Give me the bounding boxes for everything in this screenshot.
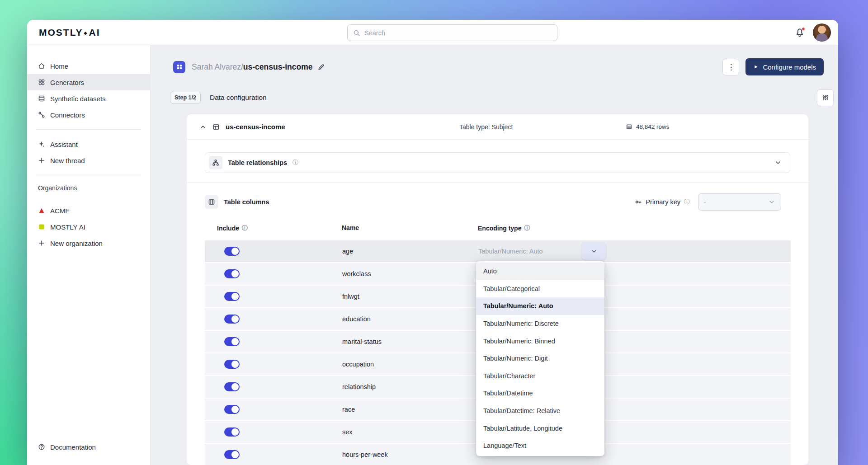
primary-key-select[interactable]: - bbox=[698, 193, 781, 211]
assistant-icon bbox=[38, 141, 45, 148]
encoding-option-tabular-numeric-discrete[interactable]: Tabular/Numeric: Discrete bbox=[476, 315, 604, 333]
encoding-option-auto[interactable]: Auto bbox=[476, 263, 604, 280]
columns-table-header: Include ⓘ Name Encoding type ⓘ bbox=[204, 224, 790, 234]
sidebar-divider bbox=[36, 129, 141, 130]
column-name: education bbox=[342, 308, 371, 330]
sidebar-item-home[interactable]: Home bbox=[27, 58, 150, 74]
collapse-table-icon[interactable] bbox=[199, 123, 207, 131]
breadcrumb-project-name: us-census-income bbox=[243, 62, 313, 72]
info-icon: ⓘ bbox=[524, 224, 530, 232]
brand-diamond-icon: ◆ bbox=[84, 31, 88, 35]
notifications-bell-icon[interactable] bbox=[795, 28, 805, 38]
sidebar-divider bbox=[36, 175, 141, 175]
sidebar-item-mostly-ai[interactable]: MOSTLY AI bbox=[27, 219, 150, 235]
edit-name-icon[interactable] bbox=[317, 63, 325, 71]
rows-icon bbox=[626, 123, 632, 130]
relationships-icon-chip bbox=[209, 156, 222, 169]
column-name: occupation bbox=[342, 353, 374, 375]
chevron-down-icon bbox=[590, 248, 598, 255]
brand-logo-left: MOSTLY bbox=[39, 27, 83, 38]
info-icon: ⓘ bbox=[292, 159, 298, 167]
search-bar[interactable] bbox=[347, 24, 557, 41]
project-icon bbox=[173, 61, 185, 73]
plus-icon bbox=[38, 157, 45, 164]
brand-logo: MOSTLY ◆ AI bbox=[39, 27, 100, 38]
top-bar: MOSTLY ◆ AI bbox=[27, 20, 838, 45]
encoding-type-value: Tabular/Numeric: Auto bbox=[478, 240, 543, 262]
more-options-button[interactable]: ⋮ bbox=[722, 59, 739, 75]
sidebar-item-acme[interactable]: ACME bbox=[27, 202, 150, 219]
main-content: Sarah Alvarez/ us-census-income ⋮ Config… bbox=[151, 45, 838, 465]
header-name: Name bbox=[342, 224, 359, 231]
column-name: workclass bbox=[342, 263, 371, 285]
encoding-option-tabular-numeric-digit[interactable]: Tabular/Numeric: Digit bbox=[476, 350, 604, 367]
sidebar-item-connectors[interactable]: Connectors bbox=[27, 107, 150, 123]
include-toggle[interactable] bbox=[224, 269, 240, 278]
encoding-option-tabular-datetime-relative[interactable]: Tabular/Datetime: Relative bbox=[476, 402, 604, 420]
encoding-select-button[interactable] bbox=[582, 243, 606, 260]
configure-models-button[interactable]: Configure models bbox=[745, 58, 824, 75]
column-name: hours-per-week bbox=[342, 444, 388, 465]
include-toggle[interactable] bbox=[224, 292, 240, 301]
encoding-option-tabular-categorical[interactable]: Tabular/Categorical bbox=[476, 280, 604, 298]
chevron-down-icon[interactable] bbox=[774, 159, 782, 166]
encoding-option-tabular-numeric-binned[interactable]: Tabular/Numeric: Binned bbox=[476, 332, 604, 350]
top-bar-actions bbox=[795, 23, 838, 42]
table-columns-header: Table columns Primary key ⓘ - bbox=[187, 183, 808, 211]
encoding-type-dropdown: AutoTabular/CategoricalTabular/Numeric: … bbox=[476, 261, 604, 456]
table-row-age: ageTabular/Numeric: Auto bbox=[205, 240, 791, 262]
breadcrumb-owner: Sarah Alvarez/ bbox=[192, 62, 243, 72]
table-icon bbox=[212, 123, 220, 131]
include-toggle[interactable] bbox=[224, 337, 240, 346]
column-name: sex bbox=[342, 421, 353, 443]
encoding-option-tabular-character[interactable]: Tabular/Character bbox=[476, 367, 604, 385]
plus-icon bbox=[38, 240, 45, 247]
columns-icon-chip bbox=[205, 195, 218, 209]
search-input[interactable] bbox=[364, 29, 552, 37]
columns-icon bbox=[208, 198, 215, 206]
include-toggle[interactable] bbox=[224, 315, 240, 324]
encoding-option-tabular-datetime[interactable]: Tabular/Datetime bbox=[476, 385, 604, 402]
mostly-org-logo bbox=[38, 223, 45, 230]
generators-icon bbox=[38, 79, 45, 86]
brand-logo-right: AI bbox=[89, 27, 100, 38]
table-title: us-census-income bbox=[226, 123, 285, 131]
play-icon bbox=[753, 64, 759, 70]
column-name: marital-status bbox=[342, 331, 382, 352]
column-name: relationship bbox=[342, 376, 376, 398]
table-card-header: us-census-income Table type: Subject 48,… bbox=[187, 114, 808, 140]
table-relationships-toggle[interactable]: Table relationships ⓘ bbox=[205, 152, 790, 173]
include-toggle[interactable] bbox=[224, 405, 240, 414]
table-relationships-section: Table relationships ⓘ bbox=[187, 140, 808, 183]
encoding-option-tabular-latitude-longitude[interactable]: Tabular/Latitude, Longitude bbox=[476, 419, 604, 437]
encoding-option-tabular-numeric-auto[interactable]: Tabular/Numeric: Auto bbox=[476, 297, 604, 315]
table-type-label: Table type: Subject bbox=[459, 123, 513, 131]
user-avatar[interactable] bbox=[813, 23, 831, 42]
include-toggle[interactable] bbox=[224, 382, 240, 391]
datasets-icon bbox=[38, 95, 45, 102]
sidebar-item-synthetic-datasets[interactable]: Synthetic datasets bbox=[27, 90, 150, 107]
sidebar-item-documentation[interactable]: Documentation bbox=[27, 439, 150, 455]
column-name: race bbox=[342, 399, 355, 420]
sidebar-item-assistant[interactable]: Assistant bbox=[27, 136, 150, 152]
header-include: Include ⓘ bbox=[217, 224, 248, 232]
acme-logo bbox=[38, 207, 45, 214]
step-badge: Step 1/2 bbox=[170, 92, 201, 103]
app-window: MOSTLY ◆ AI HomeGeneratorsSynthetic data… bbox=[27, 20, 838, 465]
info-icon: ⓘ bbox=[242, 224, 248, 232]
notification-dot bbox=[802, 27, 805, 31]
model-settings-button[interactable] bbox=[817, 89, 834, 106]
include-toggle[interactable] bbox=[224, 360, 240, 369]
sidebar-item-new-thread[interactable]: New thread bbox=[27, 152, 150, 169]
column-name: fnlwgt bbox=[342, 286, 359, 307]
encoding-option-language-text[interactable]: Language/Text bbox=[476, 437, 604, 455]
sidebar-item-generators[interactable]: Generators bbox=[27, 74, 150, 90]
info-icon: ⓘ bbox=[684, 198, 690, 206]
include-toggle[interactable] bbox=[224, 247, 240, 256]
include-toggle[interactable] bbox=[224, 427, 240, 437]
step-header: Step 1/2 Data configuration bbox=[170, 89, 834, 107]
sidebar-item-new-organization[interactable]: New organization bbox=[27, 235, 150, 251]
include-toggle[interactable] bbox=[224, 450, 240, 459]
documentation-icon bbox=[38, 443, 45, 451]
header-encoding: Encoding type ⓘ bbox=[478, 224, 530, 232]
